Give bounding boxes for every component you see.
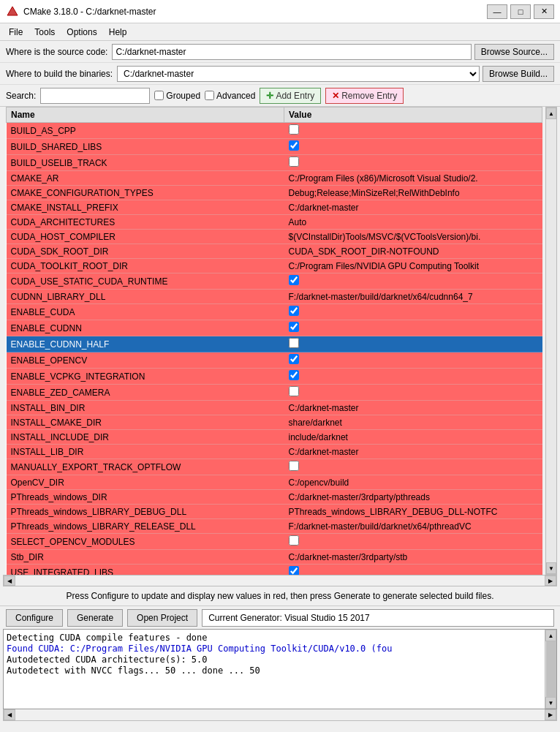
info-text: Press Configure to update and display ne… xyxy=(0,586,560,605)
row-name: INSTALL_INCLUDE_DIR xyxy=(7,430,284,445)
scroll-up-button[interactable]: ▲ xyxy=(546,107,556,119)
table-row[interactable]: CMAKE_INSTALL_PREFIXC:/darknet-master xyxy=(7,200,542,215)
table-row[interactable]: ENABLE_CUDNN_HALF xyxy=(7,336,542,352)
row-value[interactable] xyxy=(284,155,542,171)
table-row[interactable]: ENABLE_ZED_CAMERA xyxy=(7,385,542,401)
grouped-checkbox[interactable] xyxy=(154,91,164,100)
table-row[interactable]: CUDA_HOST_COMPILER$(VCInstallDir)Tools/M… xyxy=(7,230,542,244)
menu-tools[interactable]: Tools xyxy=(29,26,61,39)
vertical-scrollbar[interactable]: ▲ ▼ xyxy=(545,107,557,575)
log-line: Autodetected CUDA architecture(s): 5.0 xyxy=(7,654,542,665)
row-value[interactable] xyxy=(284,320,542,336)
close-button[interactable]: ✕ xyxy=(534,4,554,19)
table-row[interactable]: CMAKE_CONFIGURATION_TYPESDebug;Release;M… xyxy=(7,186,542,200)
table-row[interactable]: CUDA_SDK_ROOT_DIRCUDA_SDK_ROOT_DIR-NOTFO… xyxy=(7,244,542,259)
row-checkbox[interactable] xyxy=(289,370,299,380)
horizontal-scrollbar[interactable]: ◀ ▶ xyxy=(3,575,557,586)
scroll-thumb[interactable] xyxy=(546,119,556,562)
open-project-button[interactable]: Open Project xyxy=(127,609,197,627)
table-row[interactable]: CUDA_USE_STATIC_CUDA_RUNTIME xyxy=(7,273,542,290)
menu-file[interactable]: File xyxy=(3,26,29,39)
row-value[interactable] xyxy=(284,123,542,139)
scroll-left-button[interactable]: ◀ xyxy=(4,576,15,586)
scroll-right-button[interactable]: ▶ xyxy=(545,576,556,586)
table-row[interactable]: INSTALL_BIN_DIRC:/darknet-master xyxy=(7,401,542,415)
log-scroll-down[interactable]: ▼ xyxy=(545,697,556,709)
table-row[interactable]: ENABLE_CUDA xyxy=(7,304,542,320)
table-row[interactable]: CUDNN_LIBRARY_DLLF:/darknet-master/build… xyxy=(7,290,542,304)
search-input[interactable] xyxy=(40,88,150,104)
maximize-button[interactable]: □ xyxy=(510,4,531,19)
table-container[interactable]: Name Value BUILD_AS_CPPBUILD_SHARED_LIBS… xyxy=(6,107,542,575)
row-checkbox[interactable] xyxy=(289,124,299,135)
table-row[interactable]: SELECT_OPENCV_MODULES xyxy=(7,534,542,550)
source-input[interactable] xyxy=(112,44,471,60)
table-row[interactable]: CUDA_ARCHITECTURESAuto xyxy=(7,215,542,230)
table-row[interactable]: Stb_DIRC:/darknet-master/3rdparty/stb xyxy=(7,550,542,565)
table-row[interactable]: OpenCV_DIRC:/opencv/build xyxy=(7,475,542,490)
row-checkbox[interactable] xyxy=(289,306,299,316)
row-checkbox[interactable] xyxy=(289,461,299,471)
table-row[interactable]: ENABLE_OPENCV xyxy=(7,352,542,369)
add-entry-button[interactable]: ✛ Add Entry xyxy=(260,88,321,104)
log-scroll-thumb[interactable] xyxy=(546,641,556,697)
log-scroll-up[interactable]: ▲ xyxy=(545,630,556,641)
row-checkbox[interactable] xyxy=(289,566,299,575)
table-row[interactable]: USE_INTEGRATED_LIBS xyxy=(7,565,542,576)
row-name: ENABLE_VCPKG_INTEGRATION xyxy=(7,369,284,385)
row-value[interactable] xyxy=(284,304,542,320)
row-value[interactable] xyxy=(284,369,542,385)
menu-options[interactable]: Options xyxy=(61,26,102,39)
browse-build-button[interactable]: Browse Build... xyxy=(483,66,554,82)
log-scrollbar[interactable]: ▲ ▼ xyxy=(545,630,556,709)
table-row[interactable]: ENABLE_VCPKG_INTEGRATION xyxy=(7,369,542,385)
row-checkbox[interactable] xyxy=(289,156,299,167)
row-value: Debug;Release;MinSizeRel;RelWithDebInfo xyxy=(284,186,542,200)
menu-help[interactable]: Help xyxy=(103,26,133,39)
row-value[interactable] xyxy=(284,139,542,155)
log-hscroll-left[interactable]: ◀ xyxy=(4,709,15,720)
row-value[interactable] xyxy=(284,534,542,550)
minimize-button[interactable]: — xyxy=(487,4,507,19)
row-checkbox[interactable] xyxy=(289,275,299,285)
table-row[interactable]: PThreads_windows_LIBRARY_RELEASE_DLLF:/d… xyxy=(7,519,542,534)
advanced-label[interactable]: Advanced xyxy=(205,91,255,101)
row-value[interactable] xyxy=(284,336,542,352)
source-label: Where is the source code: xyxy=(6,47,107,57)
row-value[interactable] xyxy=(284,385,542,401)
row-checkbox[interactable] xyxy=(289,322,299,332)
row-checkbox[interactable] xyxy=(289,535,299,546)
row-checkbox[interactable] xyxy=(289,386,299,396)
table-row[interactable]: BUILD_SHARED_LIBS xyxy=(7,139,542,155)
row-checkbox[interactable] xyxy=(289,338,299,348)
remove-entry-button[interactable]: ✕ Remove Entry xyxy=(325,88,404,104)
browse-source-button[interactable]: Browse Source... xyxy=(474,44,554,60)
row-value[interactable] xyxy=(284,352,542,369)
row-checkbox[interactable] xyxy=(289,354,299,364)
table-row[interactable]: CMAKE_ARC:/Program Files (x86)/Microsoft… xyxy=(7,171,542,186)
log-hscroll-track[interactable] xyxy=(15,709,545,720)
row-value[interactable] xyxy=(284,273,542,290)
table-row[interactable]: ENABLE_CUDNN xyxy=(7,320,542,336)
table-row[interactable]: INSTALL_INCLUDE_DIRinclude/darknet xyxy=(7,430,542,445)
table-row[interactable]: BUILD_USELIB_TRACK xyxy=(7,155,542,171)
row-value[interactable] xyxy=(284,459,542,475)
table-row[interactable]: MANUALLY_EXPORT_TRACK_OPTFLOW xyxy=(7,459,542,475)
hscroll-track[interactable] xyxy=(15,576,545,586)
configure-button[interactable]: Configure xyxy=(6,609,63,627)
table-row[interactable]: INSTALL_CMAKE_DIRshare/darknet xyxy=(7,415,542,430)
table-row[interactable]: CUDA_TOOLKIT_ROOT_DIRC:/Program Files/NV… xyxy=(7,259,542,273)
table-row[interactable]: PThreads_windows_DIRC:/darknet-master/3r… xyxy=(7,490,542,505)
build-select[interactable]: C:/darknet-master xyxy=(117,66,480,82)
scroll-down-button[interactable]: ▼ xyxy=(546,562,556,574)
advanced-checkbox[interactable] xyxy=(205,91,214,100)
generate-button[interactable]: Generate xyxy=(67,609,123,627)
log-hscroll-right[interactable]: ▶ xyxy=(545,709,556,720)
table-row[interactable]: PThreads_windows_LIBRARY_DEBUG_DLLPThrea… xyxy=(7,505,542,519)
log-horizontal-scrollbar[interactable]: ◀ ▶ xyxy=(3,709,557,721)
row-value[interactable] xyxy=(284,565,542,576)
grouped-label[interactable]: Grouped xyxy=(154,91,200,101)
table-row[interactable]: INSTALL_LIB_DIRC:/darknet-master xyxy=(7,445,542,459)
table-row[interactable]: BUILD_AS_CPP xyxy=(7,123,542,139)
row-checkbox[interactable] xyxy=(289,140,299,151)
